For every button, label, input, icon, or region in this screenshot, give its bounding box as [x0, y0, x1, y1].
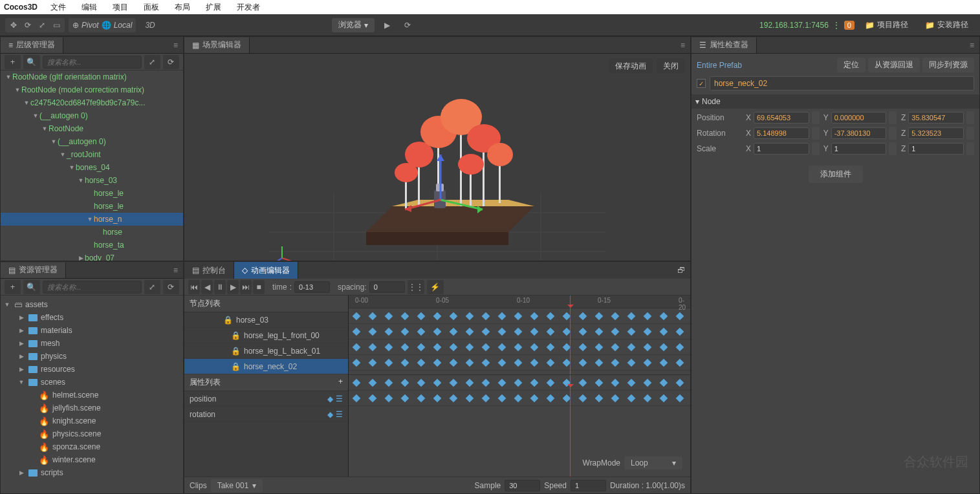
keyframe[interactable] [417, 378, 426, 387]
animation-tab[interactable]: ◇动画编辑器 [234, 262, 298, 279]
spinner[interactable] [812, 111, 820, 124]
keyframe[interactable] [369, 343, 377, 351]
node-enabled-checkbox[interactable]: ✓ [697, 79, 706, 88]
menu-panel[interactable]: 面板 [137, 1, 166, 14]
keyframe[interactable] [579, 378, 587, 387]
rotation-y-input[interactable] [831, 127, 887, 139]
panel-menu-icon[interactable]: ≡ [168, 41, 183, 50]
keyframe[interactable] [547, 394, 555, 402]
keyframe[interactable] [595, 327, 604, 336]
keyframe[interactable] [579, 327, 587, 336]
keyframe[interactable] [676, 327, 684, 336]
asset-scene-file[interactable]: 🔥knight.scene [3, 414, 180, 427]
keyframe[interactable] [595, 378, 604, 387]
sync-button[interactable]: 同步到资源 [922, 58, 974, 72]
viewport-3d[interactable]: 保存动画 关闭 [184, 54, 690, 261]
keyframe[interactable] [660, 358, 668, 367]
keyframe[interactable] [369, 312, 377, 320]
rotate-tool-icon[interactable]: ⟳ [21, 18, 35, 32]
keyframe[interactable] [579, 394, 587, 402]
keyframe[interactable] [514, 394, 523, 402]
keyframe[interactable] [369, 378, 377, 387]
hierarchy-node[interactable]: ▶body_07 [1, 252, 183, 261]
keyframe[interactable] [644, 378, 652, 387]
rect-tool-icon[interactable]: ▭ [49, 18, 63, 32]
keyframe[interactable] [514, 343, 523, 351]
keyframe[interactable] [369, 358, 377, 367]
hierarchy-node[interactable]: horse_le [1, 187, 183, 200]
prev-frame-button[interactable]: ◀ [201, 280, 213, 294]
locate-button[interactable]: 定位 [837, 58, 866, 72]
keyframe[interactable] [385, 343, 393, 351]
animation-track[interactable]: 🔒horse_03 [184, 312, 348, 328]
keyframe[interactable] [353, 343, 361, 351]
expand-icon[interactable]: ⤢ [144, 55, 160, 69]
hierarchy-tree[interactable]: ▼RootNode (gltf orientation matrix)▼Root… [1, 70, 183, 261]
menu-project[interactable]: 项目 [106, 1, 135, 14]
inspector-tab[interactable]: ☰属性检查器 [691, 38, 757, 53]
keyframe-lane[interactable] [349, 308, 690, 324]
keyframe[interactable] [450, 378, 458, 387]
animation-timeline[interactable]: 0-000-050-100-150-200-251-001-05 [349, 295, 690, 374]
keyframe[interactable] [385, 378, 393, 387]
keyframe[interactable] [611, 312, 620, 320]
keyframe[interactable] [369, 327, 377, 336]
animation-track[interactable]: 🔒horse_leg_L_back_01 [184, 343, 348, 359]
save-animation-button[interactable]: 保存动画 [609, 59, 653, 73]
project-path-button[interactable]: 📁项目路径 [858, 18, 915, 32]
spinner[interactable] [966, 142, 974, 155]
hierarchy-node[interactable]: ▼RootNode [1, 122, 183, 135]
keyframe-lane[interactable] [349, 391, 690, 406]
asset-scene-file[interactable]: 🔥jellyfish.scene [3, 402, 180, 414]
hierarchy-node[interactable]: ▼(__autogen 0) [1, 135, 183, 148]
keyframe[interactable] [644, 343, 652, 351]
hierarchy-node[interactable]: ▼horse_03 [1, 174, 183, 187]
animation-property-row[interactable]: position◆☰ [184, 391, 348, 407]
keyframe[interactable] [417, 343, 426, 351]
keyframe[interactable] [417, 358, 426, 367]
hierarchy-node[interactable]: horse_ta [1, 239, 183, 252]
rotation-x-input[interactable] [754, 127, 809, 139]
asset-folder[interactable]: ▶materials [3, 324, 180, 337]
keyframe[interactable] [579, 358, 587, 367]
keyframe[interactable] [595, 312, 604, 320]
hierarchy-node[interactable]: ▼(__autogen 0) [1, 109, 183, 122]
keyframe[interactable] [547, 327, 555, 336]
position-z-input[interactable] [908, 112, 964, 124]
list-icon[interactable]: ☰ [336, 394, 343, 403]
hierarchy-node[interactable]: ▼bones_04 [1, 161, 183, 174]
keyframe[interactable] [353, 312, 361, 320]
refresh-button[interactable]: ⟳ [399, 18, 416, 32]
snapping-icon[interactable]: ⋮⋮ [408, 280, 424, 294]
hierarchy-node[interactable]: ▼RootNode (model correction matrix) [1, 83, 183, 96]
assets-tree[interactable]: ▼🗃assets▶effects▶materials▶mesh▶physics▶… [1, 295, 183, 493]
hierarchy-node[interactable]: ▼horse_n [1, 213, 183, 226]
asset-scene-file[interactable]: 🔥sponza.scene [3, 440, 180, 453]
keyframe[interactable] [450, 394, 458, 402]
add-node-button[interactable]: + [5, 55, 21, 69]
keyframe[interactable] [466, 358, 474, 367]
stop-button[interactable]: ■ [253, 280, 265, 294]
asset-scene-file[interactable]: 🔥winter.scene [3, 453, 180, 466]
panel-restore-icon[interactable]: 🗗 [672, 266, 690, 275]
keyframe[interactable] [401, 378, 409, 387]
keyframe[interactable] [644, 312, 652, 320]
keyframe[interactable] [417, 312, 426, 320]
position-x-input[interactable] [754, 112, 809, 124]
scale-y-input[interactable] [831, 143, 887, 155]
keyframe[interactable] [482, 312, 490, 320]
first-frame-button[interactable]: ⏮ [188, 280, 200, 294]
spinner[interactable] [966, 111, 974, 124]
add-component-button[interactable]: 添加组件 [809, 166, 863, 183]
spinner[interactable] [889, 111, 897, 124]
keyframe[interactable] [466, 343, 474, 351]
keyframe[interactable] [385, 327, 393, 336]
hierarchy-node[interactable]: ▼_rootJoint [1, 148, 183, 161]
keyframe[interactable] [611, 343, 620, 351]
keyframe[interactable] [660, 394, 668, 402]
keyframe[interactable] [514, 358, 523, 367]
keyframe[interactable] [611, 358, 620, 367]
keyframe[interactable] [498, 394, 506, 402]
keyframe[interactable] [611, 394, 620, 402]
keyframe[interactable] [530, 378, 539, 387]
